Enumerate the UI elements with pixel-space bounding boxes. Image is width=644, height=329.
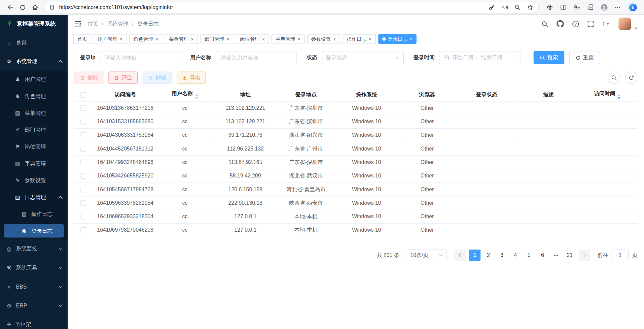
browser-home-button[interactable] [29,1,41,13]
table-row[interactable]: 1641069652933218304 cc 127.0.0.1 本地-本机 W… [74,210,638,223]
date-range-picker[interactable]: 开始日期 - 结束日期 [439,51,520,64]
table-row[interactable]: 1641069798270046208 cc 127.0.0.1 本地-本机 W… [74,223,638,237]
view-tab[interactable]: 字典管理 × [272,34,305,44]
user-avatar[interactable] [618,18,631,30]
sidebar-item[interactable]: ▤ 菜单管理 [0,104,68,121]
row-checkbox[interactable] [80,227,86,233]
export-button[interactable]: 导出 [177,71,206,84]
prev-page-button[interactable] [454,249,466,261]
page-button[interactable]: 5 [523,249,535,261]
row-checkbox[interactable] [80,200,86,206]
sidebar-item[interactable]: ⚑ 岗位管理 [0,138,68,155]
sidebar-item[interactable]: ⚒ 系统工具 [0,258,68,277]
url-text[interactable]: https://ccnetcore.com:1101/system/log/lo… [59,4,484,10]
table-row[interactable]: 1641031533185863680 cc 113.102.129.221 广… [74,115,638,128]
status-select[interactable]: 登录状态 [321,51,403,64]
address-bar[interactable]: https://ccnetcore.com:1101/system/log/lo… [43,1,539,13]
sidebar-item[interactable]: ⚙ 系统管理 [0,52,68,71]
page-button[interactable]: 21 [564,249,575,261]
view-tab[interactable]: 首页 × [73,34,91,44]
view-tab[interactable]: 操作日志 × [343,34,375,44]
table-row[interactable]: 1641059633978281984 cc 222.90.130.18 陕西省… [74,196,638,209]
view-tab[interactable]: 登录日志 × [378,34,417,44]
password-key-icon[interactable] [488,4,495,11]
favorites-bar-icon[interactable] [573,4,580,11]
select-all-header[interactable] [74,88,93,101]
clear-button[interactable]: 清空 [108,71,138,84]
page-size-select[interactable]: 10条/页 [406,249,447,261]
sidebar-item[interactable]: ▥ 字典管理 [0,155,68,172]
page-button[interactable]: 6 [537,249,548,261]
column-header[interactable]: 操作系统 [333,88,400,101]
page-button[interactable]: 2 [482,249,494,261]
row-checkbox[interactable] [80,119,86,125]
column-header[interactable]: 访问编号 [93,88,158,101]
view-tab[interactable]: 角色管理 × [129,34,162,44]
end-date-placeholder[interactable]: 结束日期 [481,54,502,61]
column-header[interactable]: 登录地点 [279,88,333,101]
page-button[interactable]: 4 [510,249,521,261]
row-checkbox[interactable] [80,105,86,111]
column-header[interactable]: 用户名称 [158,88,212,101]
tab-close-icon[interactable]: × [368,36,371,42]
column-header[interactable]: 登录状态 [454,88,520,101]
table-row[interactable]: 1641043063331753984 cc 39.171.210.78 浙江省… [74,128,638,142]
column-header[interactable]: 浏览器 [400,88,454,101]
tab-close-icon[interactable]: × [226,36,229,42]
tab-close-icon[interactable]: × [191,36,194,42]
view-tab[interactable]: 菜单管理 × [165,34,198,44]
tab-close-icon[interactable]: × [155,36,158,42]
goto-page-input[interactable] [612,249,629,261]
read-aloud-icon[interactable]: A [501,4,508,11]
table-row[interactable]: 1641044520567181312 cc 112.96.225.132 广东… [74,142,638,155]
browser-profile-icon[interactable] [601,3,608,11]
row-checkbox[interactable] [80,146,86,152]
view-tab[interactable]: 用户管理 × [94,34,127,44]
sidebar-item[interactable]: ◉ 登录日志 [0,222,68,239]
fullscreen-icon[interactable] [587,21,594,27]
table-row[interactable]: 1641044993248464896 cc 113.87.92.165 广东省… [74,155,638,169]
toggle-search-button[interactable] [608,71,620,84]
search-icon[interactable] [541,20,548,27]
search-button[interactable]: 搜索 [533,51,564,64]
collections-icon[interactable] [587,4,594,11]
tab-close-icon[interactable]: × [409,36,413,42]
reset-button[interactable]: 重置 [569,51,600,64]
table-row[interactable]: 1641031367863177216 cc 113.102.129.221 广… [74,101,638,114]
breadcrumb-item[interactable]: 登录日志 [129,20,159,28]
breadcrumb-item[interactable]: 首页 [87,20,98,28]
sidebar-item[interactable]: ⚘ 部门管理 [0,121,68,138]
column-header[interactable]: 地址 [212,88,279,101]
tab-close-icon[interactable]: × [262,36,265,42]
select-all-checkbox[interactable] [80,92,86,98]
extensions-icon[interactable] [546,4,553,11]
tab-close-icon[interactable]: × [297,36,300,42]
next-page-button[interactable] [579,249,590,261]
favorites-star-icon[interactable] [527,4,534,11]
delete-button[interactable]: 删除 [74,71,104,84]
sidebar-item[interactable]: ▧ 日志管理 [0,189,68,205]
browser-back-button[interactable] [4,1,16,13]
page-button[interactable]: 1 [469,249,480,261]
browser-refresh-button[interactable] [16,1,29,13]
breadcrumb-item[interactable]: 系统管理 [98,20,129,28]
browser-menu-icon[interactable] [614,4,621,11]
sidebar-item[interactable]: ♁ BBS [0,277,68,296]
tab-close-icon[interactable]: × [119,36,122,42]
split-screen-icon[interactable] [560,4,567,11]
zoom-out-icon[interactable] [514,4,521,11]
copilot-icon[interactable]: b [628,2,638,12]
row-checkbox[interactable] [80,214,86,220]
row-checkbox[interactable] [80,132,86,138]
sort-icon[interactable] [195,94,198,99]
login-ip-input[interactable] [100,51,180,64]
unlock-button[interactable]: 解锁 [143,71,172,84]
font-size-icon[interactable]: TT [602,21,610,27]
github-icon[interactable] [557,20,564,28]
view-tab[interactable]: 岗位管理 × [236,34,269,44]
sidebar-item[interactable]: ⊕ ERP [0,296,68,315]
page-button[interactable]: 3 [496,249,508,261]
view-tab[interactable]: 部门管理 × [200,34,233,44]
sort-icon[interactable] [617,94,621,99]
tab-close-icon[interactable]: × [333,36,336,42]
